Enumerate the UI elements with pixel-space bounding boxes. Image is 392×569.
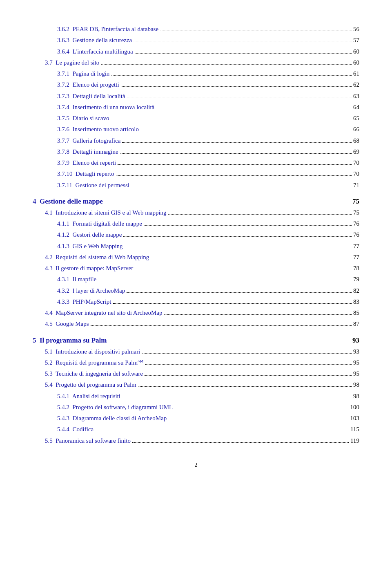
toc-entry: 4.3.1 Il mapfile79 — [33, 275, 359, 284]
toc-dots — [134, 42, 352, 42]
toc-page-number: 64 — [353, 103, 359, 112]
toc-page-number: 85 — [353, 308, 359, 318]
toc-dots — [118, 164, 352, 165]
toc-dots — [116, 175, 352, 176]
toc-entry-label: 3.7.7 Galleria fotografica — [57, 136, 120, 146]
toc-entry-label: 4.3 Il gestore di mappe: MapServer — [45, 264, 133, 273]
toc-page-number: 77 — [353, 242, 359, 251]
toc-page-number: 56 — [353, 25, 359, 34]
toc-entry: 5.4.3 Diagramma delle classi di ArcheoMa… — [33, 414, 359, 423]
toc-dots — [111, 75, 352, 76]
toc-page-number: 78 — [353, 264, 359, 273]
toc-entry: 4.1.1 Formati digitali delle mappe76 — [33, 219, 359, 228]
toc-entry: 4.3 Il gestore di mappe: MapServer78 — [33, 264, 359, 273]
toc-page-number: 103 — [350, 414, 360, 423]
toc-page-number: 75 — [353, 208, 359, 217]
toc-entry-label: 4.3.3 PHP/MapScript — [57, 297, 111, 307]
toc-page-number: 77 — [353, 253, 359, 262]
toc-dots — [145, 364, 352, 365]
toc-dots — [168, 420, 348, 420]
toc-page-number: 98 — [353, 392, 359, 401]
toc-chapter-heading: 5 Il programma su Palm93 — [33, 336, 359, 345]
toc-entry-label: 5.4.2 Progetto del software, i diagrammi… — [57, 403, 173, 412]
toc-entry: 5.2 Requisiti del programma su Palmᵔᴹ95 — [33, 358, 359, 367]
toc-page-number: 83 — [353, 297, 359, 307]
toc-page-number: 76 — [353, 219, 359, 228]
toc-container: 3.6.2 PEAR DB, l'interfaccia al database… — [33, 25, 359, 446]
toc-entry: 3.7.9 Elenco dei reperti70 — [33, 158, 359, 168]
toc-entry-label: 3.6.2 PEAR DB, l'interfaccia al database — [57, 25, 158, 34]
toc-page-number: 70 — [353, 169, 359, 179]
toc-entry: 5.5 Panoramica sul software finito119 — [33, 436, 359, 446]
toc-dots — [111, 120, 352, 120]
toc-entry-label: 3.7.6 Inserimento nuovo articolo — [57, 125, 139, 134]
toc-page-number: 76 — [353, 230, 359, 240]
toc-entry-label: 5.4.3 Diagramma delle classi di ArcheoMa… — [57, 414, 167, 423]
toc-entry-label: 5.3 Tecniche di ingegneria del software — [45, 369, 143, 379]
toc-entry-label: 5.4 Progetto del programma su Palm — [45, 380, 136, 390]
toc-entry: 4.2 Requisiti del sistema di Web Mapping… — [33, 253, 359, 262]
toc-entry-label: 3.7.3 Dettagli della località — [57, 92, 125, 101]
toc-entry-label: 3.7.2 Elenco dei progetti — [57, 80, 119, 90]
toc-page-number: 100 — [350, 403, 360, 412]
toc-dots — [138, 386, 352, 387]
toc-entry: 3.7.4 Inserimento di una nuova località6… — [33, 103, 359, 112]
toc-page-number: 70 — [353, 158, 359, 168]
toc-dots — [140, 131, 352, 131]
toc-chapter-5: 5 Il programma su Palm93 — [33, 336, 359, 345]
toc-entry-label: 4.1.1 Formati digitali delle mappe — [57, 219, 142, 228]
toc-page-number: 60 — [353, 58, 359, 67]
toc-section-4: 4.1 Introduzione ai sitemi GIS e al Web … — [33, 208, 359, 329]
toc-entry: 4.3.2 I layer di ArcheoMap82 — [33, 286, 359, 296]
toc-entry: 3.6.3 Gestione della sicurezza57 — [33, 36, 359, 45]
toc-dots — [135, 270, 352, 270]
toc-page-number: 98 — [353, 380, 359, 390]
toc-entry: 3.7.7 Galleria fotografica68 — [33, 136, 359, 146]
toc-entry: 4.3.3 PHP/MapScript83 — [33, 297, 359, 307]
toc-dots — [122, 398, 352, 398]
toc-dots — [127, 98, 352, 98]
toc-page-number: 119 — [350, 436, 359, 446]
toc-entry: 3.7.1 Pagina di login61 — [33, 69, 359, 78]
toc-entry: 4.4 MapServer integrato nel sito di Arch… — [33, 308, 359, 318]
toc-entry-label: 3.7.5 Diario si scavo — [57, 114, 109, 123]
toc-entry: 3.7 Le pagine del sito60 — [33, 58, 359, 67]
toc-entry-label: 3.6.3 Gestione della sicurezza — [57, 36, 132, 45]
toc-page-number: 66 — [353, 125, 359, 134]
toc-page-number: 71 — [353, 181, 359, 190]
toc-dots — [127, 292, 352, 293]
toc-entry-label: 5.5 Panoramica sul software finito — [45, 436, 131, 446]
toc-dots — [160, 31, 352, 31]
toc-dots — [132, 442, 349, 443]
toc-entry-label: 3.7.4 Inserimento di una nuova località — [57, 103, 154, 112]
toc-dots — [135, 53, 352, 54]
toc-entry: 4.5 Google Maps87 — [33, 319, 359, 329]
toc-entry: 4.1 Introduzione ai sitemi GIS e al Web … — [33, 208, 359, 217]
toc-entry: 5.4 Progetto del programma su Palm98 — [33, 380, 359, 390]
toc-entry: 5.3 Tecniche di ingegneria del software9… — [33, 369, 359, 379]
toc-entry: 3.7.3 Dettagli della località63 — [33, 92, 359, 101]
toc-entry: 5.4.1 Analisi dei requisiti98 — [33, 392, 359, 401]
toc-dots — [131, 187, 352, 187]
toc-entry: 3.6.4 L'interfaccia multilingua60 — [33, 47, 359, 56]
toc-entry: 4.1.2 Gestori delle mappe76 — [33, 230, 359, 240]
toc-dots — [121, 86, 352, 87]
toc-dots — [101, 64, 352, 65]
toc-page-number: 65 — [353, 114, 359, 123]
toc-page-number: 115 — [350, 425, 359, 434]
toc-entry-label: 4.5 Google Maps — [45, 319, 89, 329]
toc-entry-label: 3.6.4 L'interfaccia multilingua — [57, 47, 133, 56]
toc-chapter-page: 75 — [352, 197, 359, 206]
toc-dots — [144, 225, 352, 226]
toc-page-number: 68 — [353, 136, 359, 146]
toc-entry-label: 5.4.1 Analisi dei requisiti — [57, 392, 120, 401]
toc-dots — [123, 236, 352, 237]
toc-dots — [142, 353, 352, 354]
toc-dots — [113, 303, 352, 304]
toc-page-number: 82 — [353, 286, 359, 296]
toc-dots — [156, 109, 352, 109]
toc-entry: 5.4.4 Codifica115 — [33, 425, 359, 434]
page-number: 2 — [33, 462, 359, 468]
toc-entry-label: 3.7.1 Pagina di login — [57, 69, 109, 78]
toc-entry-label: 5.4.4 Codifica — [57, 425, 94, 434]
